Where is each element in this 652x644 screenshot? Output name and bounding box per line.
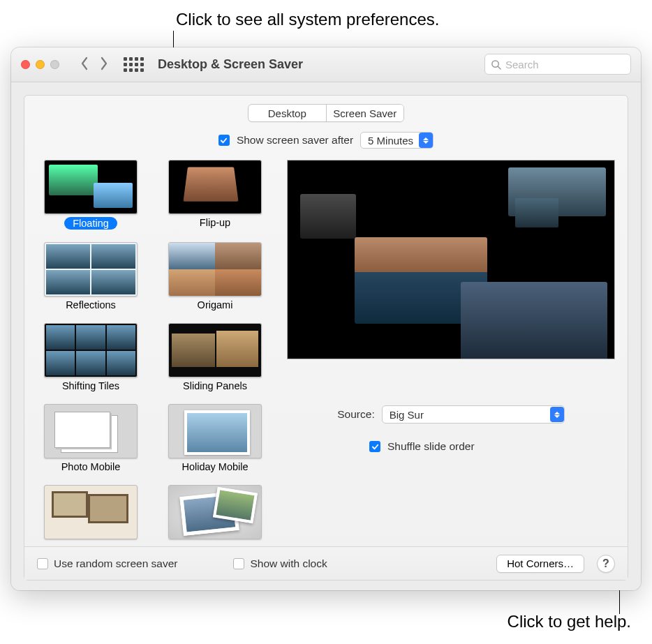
saver-floating[interactable]: Floating [37, 160, 145, 230]
screen-saver-preview[interactable] [287, 160, 615, 359]
search-icon [491, 59, 501, 70]
saver-photo-wall[interactable]: Photo Wall [37, 485, 145, 542]
minimize-window-button[interactable] [36, 60, 45, 69]
thumbnail [168, 242, 262, 297]
chevron-left-icon [79, 57, 90, 70]
show-after-label: Show screen saver after [237, 134, 353, 147]
stepper-arrows-icon [550, 407, 564, 422]
thumbnail [44, 404, 138, 458]
saver-label: Origami [198, 299, 233, 310]
thumbnail [44, 485, 138, 539]
thumbnail [168, 160, 262, 214]
clock-label: Show with clock [250, 557, 327, 570]
shuffle-label: Shuffle slide order [387, 440, 475, 453]
titlebar: Desktop & Screen Saver [11, 47, 641, 82]
thumbnail [168, 323, 262, 377]
close-window-button[interactable] [21, 60, 30, 69]
thumbnail [44, 242, 138, 297]
help-button[interactable]: ? [597, 555, 615, 573]
show-all-button[interactable] [124, 57, 144, 72]
callout-top: Click to see all system preferences. [176, 10, 439, 29]
back-button[interactable] [79, 57, 90, 73]
random-label: Use random screen saver [54, 557, 177, 570]
saver-photo-mobile[interactable]: Photo Mobile [37, 404, 145, 472]
show-after-row: Show screen saver after 5 Minutes [24, 132, 628, 149]
hot-corners-button[interactable]: Hot Corners… [496, 555, 584, 573]
show-after-value: 5 Minutes [368, 135, 413, 147]
svg-line-1 [498, 66, 501, 69]
forward-button[interactable] [98, 57, 110, 73]
footer-bar: Use random screen saver Show with clock … [24, 546, 628, 580]
source-label: Source: [337, 408, 374, 421]
callout-bottom: Click to get help. [507, 612, 631, 631]
source-popup[interactable]: Big Sur [382, 405, 565, 424]
thumbnail [44, 323, 138, 377]
check-icon [371, 443, 379, 451]
source-row: Source: Big Sur [287, 405, 615, 424]
preferences-window: Desktop & Screen Saver Desktop Screen Sa… [11, 47, 641, 590]
thumbnail [168, 485, 262, 539]
saver-holiday-mobile[interactable]: Holiday Mobile [161, 404, 269, 472]
content-area: Desktop Screen Saver Show screen saver a… [11, 82, 641, 590]
saver-label: Holiday Mobile [181, 461, 248, 472]
saver-vintage-prints[interactable]: Vintage Prints [161, 485, 269, 542]
search-field[interactable] [484, 54, 631, 75]
search-input[interactable] [505, 59, 625, 70]
saver-label: Flip-up [200, 217, 230, 228]
zoom-window-button-disabled [50, 60, 59, 69]
saver-label: Photo Mobile [61, 461, 121, 472]
traffic-lights [21, 60, 59, 69]
saver-sliding-panels[interactable]: Sliding Panels [161, 323, 269, 391]
window-title: Desktop & Screen Saver [158, 57, 303, 72]
thumbnail [168, 404, 262, 458]
show-after-checkbox[interactable] [218, 135, 230, 146]
saver-reflections[interactable]: Reflections [37, 242, 145, 310]
tab-segmented-control: Desktop Screen Saver [248, 104, 404, 122]
stepper-arrows-icon [419, 133, 433, 148]
saver-label: Floating [64, 217, 117, 230]
body-row: Floating Flip-up Reflections Origam [24, 160, 628, 542]
question-icon: ? [602, 557, 609, 570]
saver-label: Shifting Tiles [62, 380, 119, 391]
shuffle-checkbox[interactable] [369, 441, 380, 452]
preview-column: Source: Big Sur Shuffle slide order [287, 160, 615, 542]
random-checkbox[interactable] [37, 558, 48, 569]
saver-shifting-tiles[interactable]: Shifting Tiles [37, 323, 145, 391]
screen-saver-list[interactable]: Floating Flip-up Reflections Origam [37, 160, 274, 542]
saver-origami[interactable]: Origami [161, 242, 269, 310]
show-after-popup[interactable]: 5 Minutes [360, 132, 434, 149]
inner-panel: Desktop Screen Saver Show screen saver a… [24, 95, 628, 581]
chevron-right-icon [98, 57, 110, 70]
tab-screen-saver[interactable]: Screen Saver [327, 105, 404, 121]
clock-checkbox[interactable] [233, 558, 244, 569]
thumbnail [44, 160, 138, 214]
check-icon [220, 137, 228, 144]
shuffle-row: Shuffle slide order [369, 440, 615, 453]
saver-label: Sliding Panels [183, 380, 247, 391]
tab-desktop[interactable]: Desktop [249, 105, 327, 121]
saver-label: Reflections [66, 299, 116, 310]
saver-flip-up[interactable]: Flip-up [161, 160, 269, 230]
source-value: Big Sur [390, 409, 424, 421]
